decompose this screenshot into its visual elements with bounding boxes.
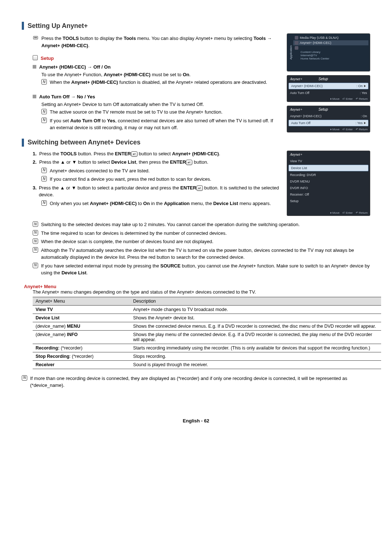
- arrow-right-icon: [364, 122, 366, 124]
- media-play-icon: [295, 36, 298, 40]
- table-row: ReceiverSound is played through the rece…: [33, 360, 381, 369]
- note-icon: N: [41, 118, 47, 123]
- section-heading-switching: Switching between Anynet+ Devices: [22, 139, 279, 147]
- table-cell: Stops recording.: [130, 352, 381, 360]
- note-icon: N: [41, 168, 47, 173]
- note-text: If you have selected external input mode…: [41, 262, 370, 277]
- intro-text: Press the TOOLS button to display the To…: [41, 35, 279, 49]
- table-row: Stop Recording: (*recorder)Stops recordi…: [33, 352, 381, 360]
- note-icon: N: [33, 263, 38, 268]
- heading-accent-bar: [22, 22, 24, 30]
- tools-icon: [33, 35, 38, 40]
- note-icon: N: [33, 230, 38, 236]
- step-number: 1.: [33, 150, 39, 158]
- svg-rect-2: [34, 38, 37, 38]
- heading-text: Setting Up Anynet+: [28, 22, 88, 30]
- item-title: Auto Turn Off → No / Yes: [39, 93, 95, 101]
- note-text: Although the TV automatically searches t…: [41, 247, 370, 261]
- square-bullet-icon: [33, 95, 36, 98]
- enter-icon: ↵: [131, 151, 138, 157]
- table-header: Description: [130, 297, 381, 305]
- table-cell: (device_name) MENU: [33, 322, 130, 330]
- osd-row: DVDR INFO: [287, 185, 370, 191]
- item1-desc: To use the Anynet+ Function, Anynet+ (HD…: [41, 72, 279, 77]
- note-text: The time required to scan for devices is…: [41, 230, 227, 237]
- table-cell: Starts recording immediately using the r…: [130, 344, 381, 352]
- table-cell: Sound is played through the receiver.: [130, 360, 381, 369]
- anynet-icon: [295, 41, 298, 45]
- osd-menu-sub: Home Network Center: [293, 57, 368, 60]
- table-cell: Anynet+ mode changes to TV broadcast mod…: [130, 305, 381, 314]
- note-icon: N: [41, 200, 47, 206]
- osd-menu-sub: Content Library: [293, 50, 368, 54]
- osd-row: Device List: [289, 165, 368, 171]
- table-cell: (device_name) INFO: [33, 330, 130, 344]
- osd-row: Anynet+ (HDMI-CEC): On: [289, 83, 368, 89]
- table-cell: Shows the connected device menus. E.g. I…: [130, 322, 381, 330]
- osd-menu-item: [293, 45, 368, 50]
- anynet-menu-intro: The Anynet+ menu changes depending on th…: [33, 289, 370, 295]
- step-text: Press the ▲ or ▼ button to select Device…: [39, 159, 208, 166]
- anynet-menu-table: Anynet+ Menu Description View TVAnynet+ …: [33, 297, 381, 369]
- anynet-logo: Anynet+: [290, 107, 303, 111]
- table-cell: Receiver: [33, 360, 130, 369]
- enter-icon: ↵: [196, 185, 203, 191]
- table-cell: Stop Recording: (*recorder): [33, 352, 130, 360]
- item-title: Anynet+ (HDMI-CEC) → Off / On: [39, 64, 111, 71]
- osd-row: View TV: [287, 158, 370, 164]
- square-bullet-icon: [33, 65, 36, 69]
- osd-row: Setup: [287, 198, 370, 204]
- note-text: If more than one recording device is con…: [30, 375, 370, 389]
- osd-row: Auto Turn Off: Yes: [287, 90, 370, 96]
- table-cell: Shows the play menu of the connected dev…: [130, 330, 381, 344]
- item2-desc: Setting an Anynet+ Device to turn Off au…: [41, 102, 279, 107]
- table-cell: View TV: [33, 305, 130, 314]
- note-icon: N: [33, 238, 38, 244]
- note-text: When the Anynet+ (HDMI-CEC) function is …: [50, 79, 267, 86]
- note-icon: N: [41, 176, 47, 181]
- osd-row: DVDR MENU: [287, 178, 370, 185]
- osd-footer: ♦ Move⏎ Enter↶ Return: [287, 127, 370, 132]
- table-cell: Recording: (*recorder): [33, 344, 130, 352]
- note-text: If you set Auto Turn Off to Yes, connect…: [50, 117, 279, 131]
- table-row: Recording: (*recorder)Starts recording i…: [33, 344, 381, 352]
- enter-icon: ↵: [186, 160, 192, 165]
- osd-footer: ♦ Move⏎ Enter↶ Return: [287, 96, 370, 102]
- note-icon: N: [33, 247, 38, 253]
- table-row: (device_name) INFOShows the play menu of…: [33, 330, 381, 344]
- step-text: Press the ▲ or ▼ button to select a part…: [39, 184, 279, 199]
- note-text: Only when you set Anynet+ (HDMI-CEC) to …: [50, 200, 271, 207]
- table-header: Anynet+ Menu: [33, 297, 130, 305]
- anynet-menu-heading: Anynet+ Menu: [24, 284, 370, 289]
- page-footer: English - 62: [22, 418, 370, 424]
- table-cell: Shows the Anynet+ device list.: [130, 314, 381, 322]
- osd-row: Anynet+ (HDMI-CEC): On: [287, 113, 370, 119]
- osd-menu-sub: Internet@TV: [293, 54, 368, 57]
- note-text: When the device scan is complete, the nu…: [41, 238, 213, 245]
- osd-row: Receiver: Off: [287, 191, 370, 198]
- note-icon: N: [41, 79, 47, 85]
- osd-footer: ♦ Move⏎ Enter↶ Return: [287, 210, 370, 216]
- checkbox-icon: [33, 55, 38, 60]
- anynet-logo: Anynet+: [290, 152, 303, 156]
- heading-accent-bar: [22, 139, 24, 147]
- heading-text: Switching between Anynet+ Devices: [28, 139, 140, 146]
- table-cell: Device List: [33, 314, 130, 322]
- table-row: View TVAnynet+ mode changes to TV broadc…: [33, 305, 381, 314]
- osd-row: Recording: DVDR: [287, 172, 370, 178]
- step-number: 3.: [33, 184, 39, 192]
- osd-setup-panel: Anynet+Setup Anynet+ (HDMI-CEC): On Auto…: [287, 75, 370, 102]
- section-heading-setting-up: Setting Up Anynet+: [22, 22, 370, 30]
- step-text: Press the TOOLS button. Press the ENTER↵…: [39, 150, 220, 158]
- note-text: Anynet+ devices connected to the TV are …: [50, 167, 150, 175]
- table-row: (device_name) MENUShows the connected de…: [33, 322, 381, 330]
- osd-side-label: Application: [289, 35, 293, 70]
- osd-row: Auto Turn Off: Yes: [289, 120, 368, 126]
- osd-menu-item: Media Play (USB & DLNA): [293, 35, 368, 40]
- arrow-right-icon: [364, 85, 366, 87]
- setup-label: Setup: [41, 55, 54, 62]
- note-icon: N: [22, 375, 27, 381]
- osd-setup-panel: Anynet+Setup Anynet+ (HDMI-CEC): On Auto…: [287, 106, 370, 132]
- anynet-logo: Anynet+: [290, 77, 303, 81]
- osd-application-menu: Application Media Play (USB & DLNA) Anyn…: [287, 33, 370, 71]
